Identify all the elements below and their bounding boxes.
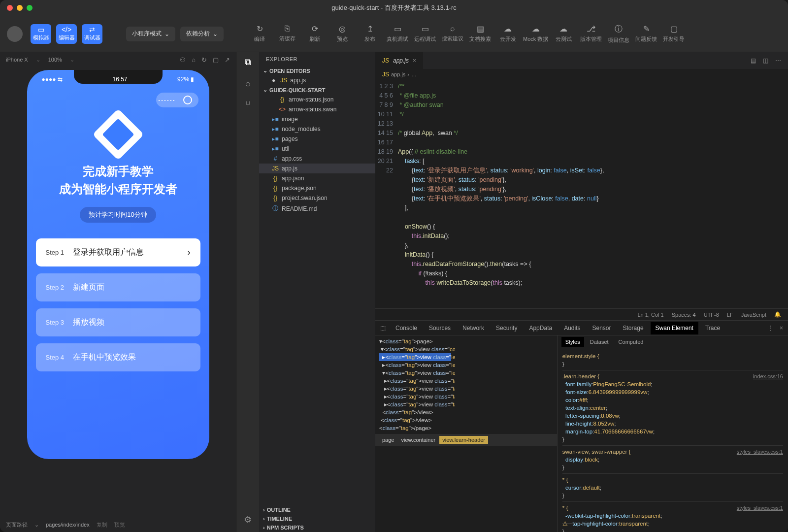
tree-item[interactable]: ▸■image <box>259 114 375 124</box>
search-icon[interactable]: ⌕ <box>245 78 251 89</box>
zoom-select[interactable]: 100% <box>48 57 62 63</box>
toolbar-开发引导[interactable]: ▢开发引导 <box>661 24 686 44</box>
devtools-tab-network[interactable]: Network <box>458 322 489 334</box>
tree-item[interactable]: ▸■pages <box>259 134 375 144</box>
more-icon[interactable]: ⋮ <box>768 325 774 332</box>
tree-item[interactable]: ⓘREADME.md <box>259 203 375 214</box>
toolbar-真机调试[interactable]: ▭真机调试 <box>385 24 410 44</box>
tree-item[interactable]: <>arrow-status.swan <box>259 104 375 114</box>
avatar[interactable] <box>7 26 23 42</box>
task-item[interactable]: Step 1登录并获取用户信息› <box>36 238 200 266</box>
toolbar-云测试[interactable]: ☁云测试 <box>551 24 576 44</box>
devtools-tab-sensor[interactable]: Sensor <box>588 322 616 334</box>
close-icon[interactable] <box>7 5 13 11</box>
toolbar-搜索建议[interactable]: ⌕搜索建议 <box>440 24 465 44</box>
layout-icon[interactable]: ◫ <box>763 57 768 64</box>
devtools-tab-audits[interactable]: Audits <box>559 322 585 334</box>
toolbar-Mock 数据[interactable]: ☁Mock 数据 <box>523 24 548 44</box>
split-icon[interactable]: ▤ <box>751 57 756 64</box>
devtools-tab-sources[interactable]: Sources <box>424 322 456 334</box>
close-icon[interactable]: × <box>780 325 783 332</box>
code-editor[interactable]: 1 2 3 4 5 6 7 8 9 10 11 12 13 14 15 16 1… <box>375 80 788 308</box>
toolbar-预览[interactable]: ◎预览 <box>330 24 355 44</box>
deps-analyze[interactable]: 依赖分析⌄ <box>180 27 224 41</box>
editor-toggle[interactable]: </>编辑器 <box>56 24 77 44</box>
devtools-tab-trace[interactable]: Trace <box>700 322 725 334</box>
capsule[interactable]: ⋯ <box>156 93 198 107</box>
home-icon[interactable]: ⌂ <box>192 56 196 64</box>
crumb-item[interactable]: page <box>379 436 397 444</box>
inspect-icon[interactable]: ⬚ <box>380 325 386 332</box>
preview-button[interactable]: 预览 <box>114 521 125 529</box>
tree-item[interactable]: {}arrow-status.json <box>259 95 375 104</box>
toolbar-文档搜索[interactable]: ▤文档搜索 <box>468 24 492 44</box>
close-icon[interactable]: × <box>413 57 416 64</box>
breadcrumb[interactable]: JSapp.js›… <box>375 69 788 80</box>
encoding[interactable]: UTF-8 <box>704 312 719 318</box>
cursor-pos[interactable]: Ln 1, Col 1 <box>638 312 664 318</box>
tab-appjs[interactable]: JSapp.js× <box>375 52 423 69</box>
more-icon[interactable]: ⋯ <box>162 96 171 104</box>
page-path[interactable]: pages/index/index <box>46 522 90 528</box>
maximize-icon[interactable] <box>27 5 33 11</box>
tree-item[interactable]: {}package.json <box>259 183 375 193</box>
toolbar-编译[interactable]: ↻编译 <box>247 24 272 44</box>
toolbar-清缓存[interactable]: ⎘清缓存 <box>275 24 299 44</box>
phone-preview[interactable]: ●●●● ⇆ 16:57 92% ▮ ⋯ 完成新手教学成为智能小程序开发者 预计… <box>27 70 209 459</box>
project-section[interactable]: ⌄GUIDE-QUICK-START <box>259 85 375 95</box>
eol[interactable]: LF <box>727 312 733 318</box>
elements-breadcrumb[interactable]: pageview.containerview.learn-header <box>375 434 557 446</box>
devtools-tab-console[interactable]: Console <box>391 322 422 334</box>
target-icon[interactable] <box>183 96 192 104</box>
npm-section[interactable]: ›NPM SCRIPTS <box>259 523 375 532</box>
toolbar-问题反馈[interactable]: ✎问题反馈 <box>634 24 658 44</box>
popout-icon[interactable]: ↗ <box>225 56 230 64</box>
tree-item[interactable]: {}project.swan.json <box>259 193 375 203</box>
debugger-toggle[interactable]: ⇄调试器 <box>82 24 102 44</box>
task-item[interactable]: Step 2新建页面 <box>36 273 200 301</box>
devtools-tab-appdata[interactable]: AppData <box>524 322 557 334</box>
style-rules[interactable]: element.style {}.learn-header {index.css… <box>558 348 788 532</box>
toolbar-项目信息[interactable]: ⓘ项目信息 <box>606 24 631 44</box>
gear-icon[interactable]: ⚙ <box>244 514 252 525</box>
indent[interactable]: Spaces: 4 <box>672 312 696 318</box>
toolbar-远程调试[interactable]: ▭远程调试 <box>413 24 437 44</box>
toolbar-云开发[interactable]: ☁云开发 <box>495 24 520 44</box>
minimize-icon[interactable] <box>17 5 23 11</box>
outline-section[interactable]: ›OUTLINE <box>259 505 375 514</box>
crumb-item[interactable]: view.container <box>398 436 438 444</box>
style-tab-computed[interactable]: Computed <box>615 337 648 347</box>
timeline-section[interactable]: ›TIMELINE <box>259 514 375 523</box>
devtools-tab-swan-element[interactable]: Swan Element <box>651 322 698 334</box>
device-select[interactable]: iPhone X <box>6 57 28 63</box>
toolbar-刷新[interactable]: ⟳刷新 <box>302 24 327 44</box>
toolbar-版本管理[interactable]: ⎇版本管理 <box>579 24 603 44</box>
style-tab-styles[interactable]: Styles <box>561 337 584 347</box>
devtools-tab-security[interactable]: Security <box>491 322 522 334</box>
tree-item[interactable]: JSapp.js <box>259 164 375 173</box>
devtools-tab-storage[interactable]: Storage <box>618 322 649 334</box>
tree-item[interactable]: ▸■util <box>259 144 375 154</box>
task-item[interactable]: Step 4在手机中预览效果 <box>36 343 200 371</box>
task-item[interactable]: Step 3播放视频 <box>36 308 200 336</box>
tree-item[interactable]: ▸■node_modules <box>259 124 375 134</box>
files-icon[interactable]: ⧉ <box>245 57 251 67</box>
more-icon[interactable]: ⋯ <box>775 57 781 64</box>
git-icon[interactable]: ⑂ <box>245 100 251 110</box>
crumb-item[interactable]: view.learn-header <box>439 436 488 444</box>
copy-button[interactable]: 复制 <box>97 521 107 529</box>
style-tab-dataset[interactable]: Dataset <box>586 337 613 347</box>
elements-tree[interactable]: ▾<class="tag">page> ▾<class="tag">view c… <box>375 335 455 434</box>
tree-item[interactable]: {}app.json <box>259 173 375 183</box>
toolbar-发布[interactable]: ↥发布 <box>358 24 382 44</box>
simulator-toggle[interactable]: ▭模拟器 <box>31 24 51 44</box>
mode-select[interactable]: 小程序模式⌄ <box>126 27 175 41</box>
bell-icon[interactable]: 🔔 <box>774 311 781 318</box>
open-file[interactable]: JSapp.js <box>259 75 375 85</box>
open-editors-section[interactable]: ⌄OPEN EDITORS <box>259 66 375 75</box>
language[interactable]: JavaScript <box>741 312 766 318</box>
user-icon[interactable]: ⚇ <box>180 56 186 64</box>
rotate-icon[interactable]: ↻ <box>201 56 207 64</box>
dock-icon[interactable]: ▢ <box>213 56 219 64</box>
tree-item[interactable]: #app.css <box>259 154 375 164</box>
